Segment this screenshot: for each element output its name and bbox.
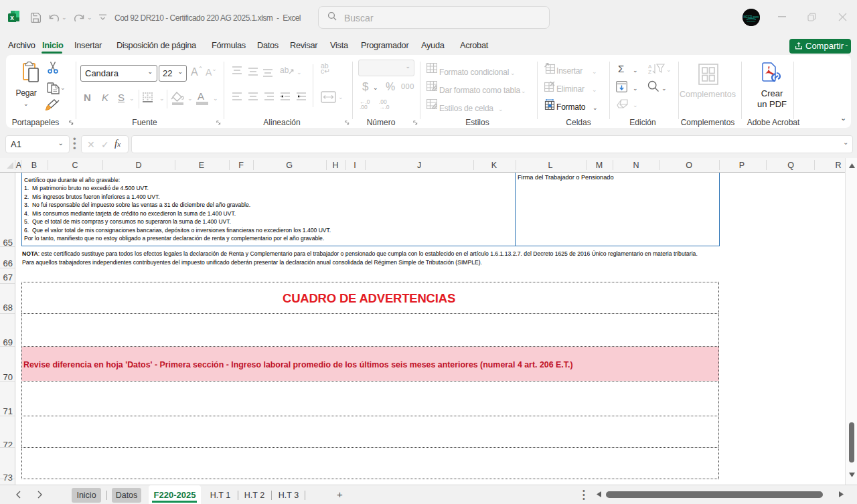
svg-text:ab: ab xyxy=(280,66,289,75)
svg-text:x: x xyxy=(10,14,14,21)
svg-text:Z: Z xyxy=(648,69,651,74)
svg-text:NCCD.com: NCCD.com xyxy=(744,15,759,19)
svg-text:asesores: asesores xyxy=(747,20,756,23)
